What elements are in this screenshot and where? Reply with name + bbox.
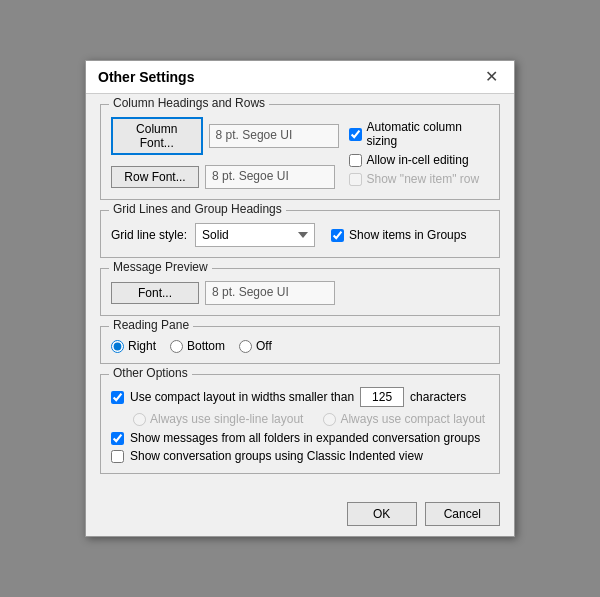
other-options-label: Other Options: [109, 366, 192, 380]
compact-layout-label: Use compact layout in widths smaller tha…: [130, 390, 354, 404]
column-font-row: Column Font... 8 pt. Segoe UI: [111, 117, 339, 155]
cancel-button[interactable]: Cancel: [425, 502, 500, 526]
compact-layout2-option: Always use compact layout: [323, 412, 485, 426]
show-items-in-groups-checkbox[interactable]: [331, 229, 344, 242]
compact-layout-input[interactable]: [360, 387, 404, 407]
allow-incell-checkbox[interactable]: [349, 154, 362, 167]
reading-pane-bottom-radio[interactable]: [170, 340, 183, 353]
message-preview-content: Font... 8 pt. Segoe UI: [111, 281, 489, 305]
show-messages-label: Show messages from all folders in expand…: [130, 431, 480, 445]
reading-pane-section: Reading Pane Right Bottom Off: [100, 326, 500, 364]
fonts-left-col: Column Font... 8 pt. Segoe UI Row Font..…: [111, 117, 339, 189]
grid-lines-section: Grid Lines and Group Headings Grid line …: [100, 210, 500, 258]
reading-pane-right: Right: [111, 339, 156, 353]
show-conversation-row: Show conversation groups using Classic I…: [111, 449, 489, 463]
reading-pane-off: Off: [239, 339, 272, 353]
reading-pane-label: Reading Pane: [109, 318, 193, 332]
column-headings-label: Column Headings and Rows: [109, 96, 269, 110]
message-preview-label: Message Preview: [109, 260, 212, 274]
show-conversation-label: Show conversation groups using Classic I…: [130, 449, 423, 463]
dialog-footer: OK Cancel: [86, 496, 514, 536]
compact-layout2-radio: [323, 413, 336, 426]
grid-lines-label: Grid Lines and Group Headings: [109, 202, 286, 216]
show-messages-checkbox[interactable]: [111, 432, 124, 445]
column-headings-two-col: Column Font... 8 pt. Segoe UI Row Font..…: [111, 117, 489, 189]
ok-button[interactable]: OK: [347, 502, 417, 526]
show-new-item-row: Show "new item" row: [349, 172, 489, 186]
single-line-label: Always use single-line layout: [150, 412, 303, 426]
compact-layout-suffix: characters: [410, 390, 466, 404]
allow-incell-row: Allow in-cell editing: [349, 153, 489, 167]
close-button[interactable]: ✕: [481, 69, 502, 85]
show-new-item-label: Show "new item" row: [367, 172, 480, 186]
show-messages-row: Show messages from all folders in expand…: [111, 431, 489, 445]
allow-incell-label: Allow in-cell editing: [367, 153, 469, 167]
column-headings-section: Column Headings and Rows Column Font... …: [100, 104, 500, 200]
show-new-item-checkbox: [349, 173, 362, 186]
grid-lines-content: Grid line style: Solid Dashed Dotted Non…: [111, 223, 489, 247]
column-headings-content: Column Font... 8 pt. Segoe UI Row Font..…: [111, 117, 489, 189]
reading-pane-bottom-label: Bottom: [187, 339, 225, 353]
preview-font-button[interactable]: Font...: [111, 282, 199, 304]
show-conversation-checkbox[interactable]: [111, 450, 124, 463]
reading-pane-right-radio[interactable]: [111, 340, 124, 353]
compact-layout2-label: Always use compact layout: [340, 412, 485, 426]
layout-sub-row: Always use single-line layout Always use…: [133, 412, 489, 426]
title-bar: Other Settings ✕: [86, 61, 514, 94]
auto-col-sizing-row: Automatic column sizing: [349, 120, 489, 148]
compact-layout-row: Use compact layout in widths smaller tha…: [111, 387, 489, 407]
row-font-row: Row Font... 8 pt. Segoe UI: [111, 165, 339, 189]
reading-pane-right-label: Right: [128, 339, 156, 353]
grid-line-style-label: Grid line style:: [111, 228, 187, 242]
reading-pane-off-radio[interactable]: [239, 340, 252, 353]
row-font-value: 8 pt. Segoe UI: [205, 165, 335, 189]
column-font-value: 8 pt. Segoe UI: [209, 124, 339, 148]
dialog-title: Other Settings: [98, 69, 194, 85]
other-options-section: Other Options Use compact layout in widt…: [100, 374, 500, 474]
auto-col-sizing-label: Automatic column sizing: [367, 120, 489, 148]
preview-font-value: 8 pt. Segoe UI: [205, 281, 335, 305]
reading-pane-content: Right Bottom Off: [111, 339, 489, 353]
grid-line-style-select[interactable]: Solid Dashed Dotted None: [195, 223, 315, 247]
show-items-in-groups-label: Show items in Groups: [349, 228, 466, 242]
show-items-in-groups-row: Show items in Groups: [331, 228, 466, 242]
single-line-radio: [133, 413, 146, 426]
auto-col-sizing-checkbox[interactable]: [349, 128, 362, 141]
message-preview-section: Message Preview Font... 8 pt. Segoe UI: [100, 268, 500, 316]
column-checks-col: Automatic column sizing Allow in-cell ed…: [349, 117, 489, 189]
single-line-option: Always use single-line layout: [133, 412, 303, 426]
other-options-content: Use compact layout in widths smaller tha…: [111, 387, 489, 463]
row-font-button[interactable]: Row Font...: [111, 166, 199, 188]
compact-layout-checkbox[interactable]: [111, 391, 124, 404]
reading-pane-off-label: Off: [256, 339, 272, 353]
column-font-button[interactable]: Column Font...: [111, 117, 203, 155]
reading-pane-bottom: Bottom: [170, 339, 225, 353]
dialog-body: Column Headings and Rows Column Font... …: [86, 94, 514, 496]
other-settings-dialog: Other Settings ✕ Column Headings and Row…: [85, 60, 515, 537]
